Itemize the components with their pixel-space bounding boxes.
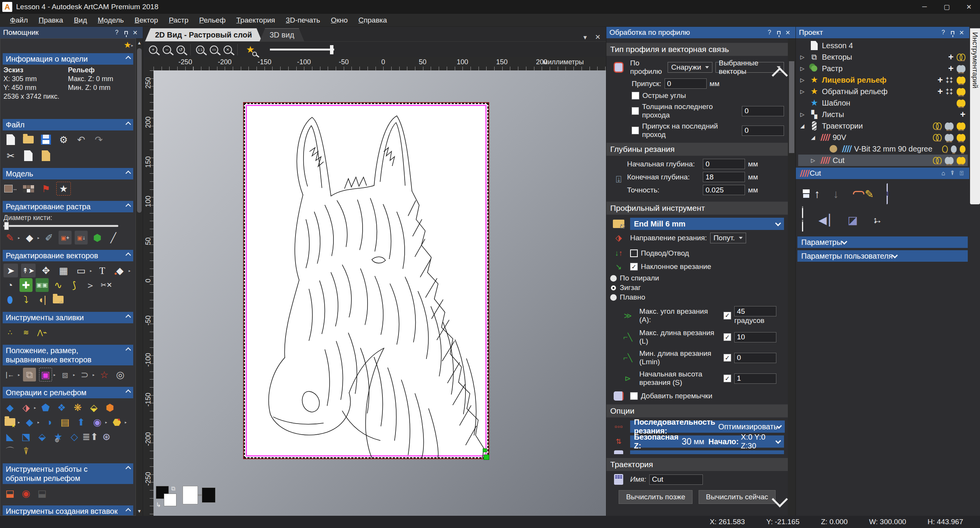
- help-icon[interactable]: ?: [939, 28, 948, 37]
- lead-checkbox[interactable]: [630, 249, 638, 257]
- distort-grid-icon[interactable]: ▦: [56, 264, 71, 277]
- selection-handle[interactable]: [483, 448, 487, 452]
- relief-unwrap-icon[interactable]: ⬔: [20, 430, 33, 443]
- transform-toolpath-icon[interactable]: ↔↕: [873, 215, 882, 225]
- section-vector-edit[interactable]: Редактирование векторов: [3, 250, 133, 261]
- new-model-icon[interactable]: [3, 133, 18, 147]
- vector-fill-icon[interactable]: ◆●: [113, 264, 127, 277]
- paint-pencil-icon[interactable]: ✎: [3, 231, 16, 244]
- zoom-previous-icon[interactable]: ↺: [176, 46, 185, 54]
- back-relief-inspect-icon[interactable]: ◉: [20, 486, 33, 500]
- create-blob-icon[interactable]: ⬮: [3, 293, 16, 306]
- bridges-checkbox[interactable]: [630, 392, 638, 400]
- block-align-icon[interactable]: ⧉: [23, 368, 36, 381]
- relief-library-icon[interactable]: ★: [3, 415, 16, 429]
- brush-diameter-slider[interactable]: [3, 225, 118, 227]
- tolerance-input[interactable]: [703, 185, 745, 195]
- close-icon[interactable]: ✕: [957, 28, 966, 37]
- parameters-bar[interactable]: Параметры: [797, 236, 968, 248]
- cut-order-dropdown[interactable]: Последовательность резания: Оптимизирова…: [630, 420, 785, 433]
- calculate-later-button[interactable]: Вычислить позже: [619, 490, 693, 504]
- tree-item-vbit-tool[interactable]: V-Bit 32 mm 90 degree: [798, 143, 968, 155]
- relief-wedge-icon[interactable]: ⬙: [36, 430, 49, 443]
- menu-file[interactable]: Файл: [5, 15, 33, 26]
- link-color-icon[interactable]: ▣↓: [75, 231, 88, 244]
- visibility-bulbs-icon[interactable]: [945, 134, 954, 141]
- move-up-icon[interactable]: ↑: [814, 187, 820, 200]
- calculate-now-button[interactable]: Вычислить сейчас: [699, 490, 776, 504]
- section-relief-ops[interactable]: Операции с рельефом: [3, 387, 133, 398]
- visibility-bulb-icon[interactable]: [942, 145, 948, 153]
- visibility-bulbs-icon[interactable]: [957, 157, 965, 164]
- min-len-checkbox[interactable]: ✓: [724, 354, 731, 362]
- expander-icon[interactable]: ▷: [809, 157, 817, 163]
- favorites-star-icon[interactable]: ★: [124, 40, 131, 50]
- visibility-bulbs-icon[interactable]: [945, 122, 954, 130]
- draw-line-icon[interactable]: ╱: [107, 231, 120, 244]
- lighting-icon[interactable]: ⚑: [39, 182, 53, 196]
- pin-icon[interactable]: [948, 28, 957, 37]
- zoom-out-icon[interactable]: −: [163, 46, 171, 54]
- boolean-icon[interactable]: ⧈: [59, 368, 72, 381]
- scroll-down-icon[interactable]: ▼: [136, 507, 143, 515]
- add-icon[interactable]: +: [938, 75, 943, 85]
- maximize-button[interactable]: ▢: [936, 0, 958, 14]
- add-icon[interactable]: +: [948, 52, 954, 62]
- palette-white-swatch[interactable]: [183, 486, 198, 504]
- tree-item-front-relief[interactable]: ▷ ★ Лицевой рельеф + ++++: [798, 74, 968, 86]
- sharp-corner-icon[interactable]: ＞: [84, 278, 97, 292]
- hidden-option-dropdown[interactable]: [630, 450, 784, 454]
- zoom-slider-handle[interactable]: [330, 45, 333, 54]
- tree-item-cut[interactable]: ▷ Cut: [798, 155, 968, 166]
- zoom-1to1-icon[interactable]: 1:1: [196, 46, 204, 54]
- scroll-up-icon[interactable]: ▲: [136, 39, 143, 47]
- menu-window[interactable]: Окно: [325, 15, 353, 26]
- section-model-info[interactable]: Информация о модели: [3, 53, 133, 65]
- tab-3d-view[interactable]: 3D вид: [260, 28, 304, 41]
- drawing-canvas[interactable]: ⧉ ↳: [154, 70, 606, 516]
- model-page[interactable]: [243, 102, 489, 459]
- menu-relief[interactable]: Рельеф: [194, 15, 231, 26]
- smooth-radio[interactable]: [610, 294, 617, 301]
- bend-curve-icon[interactable]: ⤵: [20, 293, 33, 306]
- reduce-colors-icon[interactable]: ⬢: [91, 231, 104, 244]
- relief-spin-icon[interactable]: ⊛: [100, 430, 113, 443]
- relief-angle-icon[interactable]: ◣: [3, 430, 16, 443]
- visibility-bulbs-icon[interactable]: [957, 122, 965, 130]
- tree-item-sheets[interactable]: ▷ ▚ Листы +: [798, 109, 968, 120]
- relief-layer-icon[interactable]: ⬙: [87, 401, 100, 414]
- add-color-icon[interactable]: ▣+: [59, 231, 72, 244]
- visibility-bulbs-icon[interactable]: [945, 157, 954, 164]
- menu-model[interactable]: Модель: [92, 15, 129, 26]
- transform-vectors-icon[interactable]: ✥: [39, 264, 53, 277]
- safe-z-dropdown[interactable]: Безопасная Z: 30 мм Начало: X:0 Y:0 Z:30: [630, 435, 784, 448]
- back-relief-offset-icon[interactable]: ⬓: [3, 486, 16, 500]
- expander-icon[interactable]: ▷: [798, 65, 807, 72]
- max-angle-input[interactable]: [734, 306, 776, 316]
- relief-flat-icon[interactable]: ◇: [68, 430, 81, 443]
- paste-in-place-icon[interactable]: ▣: [39, 368, 52, 381]
- tree-item-toolpaths[interactable]: ◢ Траектории: [798, 120, 968, 132]
- add-icon[interactable]: +: [938, 87, 943, 96]
- mirror-vectors-icon[interactable]: ◖|: [36, 293, 49, 306]
- recalculate-icon[interactable]: [887, 184, 888, 204]
- spiral-icon[interactable]: ◎: [114, 368, 127, 381]
- settings-gear-icon[interactable]: ⚙: [56, 133, 71, 147]
- visibility-bulbs-icon[interactable]: [933, 122, 942, 130]
- vector-library-icon[interactable]: ☆: [52, 293, 65, 306]
- section-position[interactable]: Положение, размер, выравнивание векторов: [3, 345, 133, 365]
- palette-black-swatch[interactable]: [202, 487, 216, 503]
- sharp-corners-checkbox[interactable]: [632, 92, 639, 99]
- assistant-scrollbar[interactable]: ▲ ▼: [136, 38, 143, 516]
- expander-icon[interactable]: ▷: [798, 88, 807, 95]
- fill-polyline-icon[interactable]: ⋀⌁: [36, 326, 49, 339]
- start-depth-input[interactable]: [703, 159, 745, 169]
- relief-texture-icon[interactable]: ⬢: [103, 401, 116, 414]
- menu-vector[interactable]: Вектор: [129, 15, 163, 26]
- toolpath-name-input[interactable]: [649, 474, 703, 485]
- cut-icon[interactable]: ✂: [3, 149, 18, 163]
- section-fill-tools[interactable]: Инструменты заливки: [3, 312, 133, 323]
- close-icon[interactable]: ✕: [783, 28, 792, 37]
- relief-stripes-icon[interactable]: ▤: [59, 415, 72, 429]
- toolpath-notes-icon[interactable]: [802, 210, 803, 230]
